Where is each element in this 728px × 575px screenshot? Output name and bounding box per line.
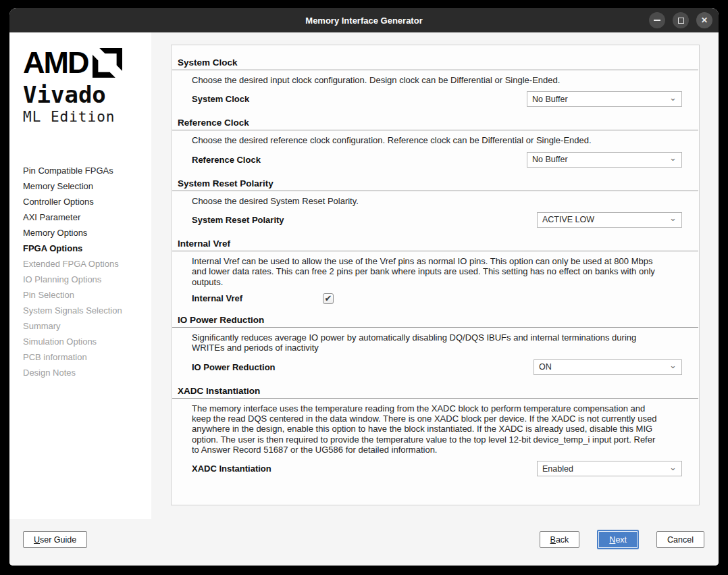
sidebar-item-memory-selection[interactable]: Memory Selection (23, 178, 151, 194)
reference-clock-select[interactable]: No Buffer ⌄ (527, 152, 682, 168)
section-description: Significantly reduces average IO power b… (192, 332, 662, 353)
sidebar-item-controller-options[interactable]: Controller Options (23, 194, 151, 209)
checkmark-icon: ✔ (325, 293, 332, 303)
section-description: The memory interface uses the temperatur… (192, 403, 662, 455)
maximize-icon (678, 18, 684, 24)
wizard-step-list: Pin Compatible FPGAs Memory Selection Co… (23, 163, 151, 380)
cancel-button[interactable]: Cancel (656, 531, 704, 548)
sidebar-item-axi-parameter[interactable]: AXI Parameter (23, 209, 151, 225)
selected-value: ACTIVE LOW (542, 215, 594, 224)
io-power-reduction-select[interactable]: ON ⌄ (534, 359, 682, 375)
sidebar-item-summary: Summary (23, 318, 151, 334)
section-description: Choose the desired input clock configura… (192, 75, 662, 85)
section-title: Reference Clock (178, 118, 693, 128)
chevron-down-icon: ⌄ (669, 362, 677, 369)
section-system-clock: System Clock Choose the desired input cl… (172, 57, 699, 107)
sidebar-item-extended-fpga-options: Extended FPGA Options (23, 256, 151, 272)
section-divider (172, 398, 698, 399)
io-power-reduction-label: IO Power Reduction (192, 362, 276, 372)
footer-bar: User Guide Back Next Cancel (9, 519, 719, 566)
selected-value: Enabled (542, 464, 573, 474)
window-controls: ✕ (649, 12, 712, 28)
selected-value: No Buffer (532, 95, 568, 104)
system-clock-select[interactable]: No Buffer ⌄ (527, 91, 682, 107)
section-description: Choose the desired System Reset Polarity… (192, 196, 662, 206)
close-icon: ✕ (701, 16, 708, 25)
maximize-button[interactable] (673, 12, 689, 28)
minimize-button[interactable] (649, 12, 665, 28)
main-area: System Clock Choose the desired input cl… (151, 32, 719, 519)
section-title: Internal Vref (178, 239, 693, 249)
system-reset-polarity-select[interactable]: ACTIVE LOW ⌄ (537, 212, 682, 228)
sidebar-item-simulation-options: Simulation Options (23, 334, 151, 349)
section-divider (172, 327, 698, 328)
sidebar-item-fpga-options[interactable]: FPGA Options (23, 241, 151, 256)
reference-clock-label: Reference Clock (192, 155, 261, 165)
product-edition-text: ML Edition (23, 109, 151, 125)
product-logo-text: Vivado (23, 83, 151, 107)
selected-value: ON (539, 362, 552, 372)
section-title: IO Power Reduction (178, 315, 693, 325)
section-system-reset-polarity: System Reset Polarity Choose the desired… (172, 178, 699, 228)
section-divider (172, 130, 698, 130)
section-io-power-reduction: IO Power Reduction Significantly reduces… (172, 315, 699, 375)
back-button[interactable]: Back (540, 531, 580, 548)
section-divider (172, 70, 698, 70)
xadc-instantiation-select[interactable]: Enabled ⌄ (537, 461, 682, 476)
minimize-icon (654, 20, 660, 21)
section-title: System Clock (178, 57, 693, 68)
wizard-buttons: Back Next Cancel (540, 530, 704, 549)
amd-logo-text: AMD (23, 47, 88, 78)
next-button[interactable]: Next (597, 530, 639, 549)
title-bar: Memory Interface Generator ✕ (9, 8, 719, 32)
sidebar: AMD Vivado ML Edition Pin Compatible FPG… (9, 32, 151, 519)
section-divider (172, 191, 698, 191)
options-panel: System Clock Choose the desired input cl… (171, 45, 700, 505)
dialog-window: Memory Interface Generator ✕ AMD Vivado … (9, 8, 719, 566)
close-button[interactable]: ✕ (696, 12, 712, 28)
xadc-instantiation-label: XADC Instantiation (192, 464, 271, 474)
sidebar-item-pin-compatible-fpgas[interactable]: Pin Compatible FPGAs (23, 163, 151, 178)
sidebar-item-design-notes: Design Notes (23, 365, 151, 380)
chevron-down-icon: ⌄ (669, 95, 677, 101)
section-title: System Reset Polarity (178, 178, 693, 189)
system-reset-polarity-label: System Reset Polarity (192, 215, 284, 225)
sidebar-item-io-planning-options: IO Planning Options (23, 272, 151, 287)
sidebar-item-pin-selection: Pin Selection (23, 287, 151, 303)
section-description: Internal Vref can be used to allow the u… (192, 256, 662, 287)
selected-value: No Buffer (532, 155, 568, 164)
section-divider (172, 251, 698, 251)
section-reference-clock: Reference Clock Choose the desired refer… (172, 118, 699, 167)
section-description: Choose the desired reference clock confi… (192, 135, 662, 145)
sidebar-item-pcb-information: PCB information (23, 349, 151, 365)
internal-vref-checkbox[interactable]: ✔ (323, 293, 334, 304)
amd-arrow-icon (93, 48, 122, 78)
window-title: Memory Interface Generator (305, 16, 422, 26)
section-xadc-instantiation: XADC Instantiation The memory interface … (172, 386, 699, 477)
chevron-down-icon: ⌄ (669, 464, 677, 471)
system-clock-label: System Clock (192, 94, 249, 104)
section-title: XADC Instantiation (178, 386, 693, 396)
brand: AMD (23, 47, 151, 78)
user-guide-button[interactable]: User Guide (23, 531, 87, 548)
section-internal-vref: Internal Vref Internal Vref can be used … (172, 239, 699, 304)
sidebar-item-system-signals-selection: System Signals Selection (23, 303, 151, 318)
chevron-down-icon: ⌄ (669, 215, 677, 222)
internal-vref-label: Internal Vref (192, 293, 323, 303)
chevron-down-icon: ⌄ (669, 155, 677, 161)
sidebar-item-memory-options[interactable]: Memory Options (23, 225, 151, 241)
